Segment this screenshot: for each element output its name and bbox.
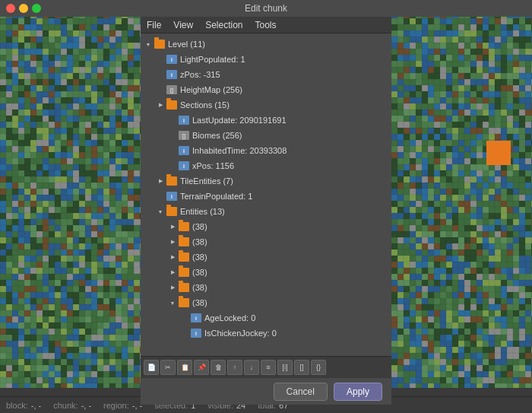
down-btn[interactable]: ↓ xyxy=(244,360,259,375)
new-btn[interactable]: 📄 xyxy=(144,360,159,375)
menu-tools[interactable]: Tools xyxy=(255,20,277,30)
tree-item[interactable]: ▼Level (11) xyxy=(141,37,391,52)
cancel-button[interactable]: Cancel xyxy=(274,383,328,401)
tree-item-label: xPos: 1156 xyxy=(192,161,234,170)
folder-icon xyxy=(166,207,177,216)
array-icon: [] xyxy=(166,85,177,94)
maximize-button[interactable] xyxy=(32,4,41,13)
dialog-buttons: Cancel Apply xyxy=(141,377,391,405)
tree-item[interactable]: ▶iLightPopulated: 1 xyxy=(141,52,391,67)
region-label: region: xyxy=(103,401,129,410)
tree-item-label: Level (11) xyxy=(168,40,205,49)
tree-arrow[interactable]: ▶ xyxy=(156,176,165,186)
tree-arrow[interactable]: ▶ xyxy=(168,222,177,231)
type-btn3[interactable]: {} xyxy=(311,360,326,375)
folder-icon xyxy=(154,40,165,49)
value-icon: i xyxy=(191,313,201,322)
tree-item[interactable]: ▶(38) xyxy=(141,265,391,280)
tree-item-label: LastUpdate: 2090191691 xyxy=(192,116,287,125)
tree-arrow[interactable]: ▼ xyxy=(156,207,165,216)
folder-icon xyxy=(179,253,189,262)
tree-item[interactable]: ▶[]HeightMap (256) xyxy=(141,82,391,97)
tree-item-label: Sections (15) xyxy=(180,100,230,110)
tree-arrow[interactable]: ▶ xyxy=(168,268,177,277)
tree-item-label: InhabitedTime: 20393308 xyxy=(192,146,287,155)
value-icon: i xyxy=(166,55,177,64)
folder-icon xyxy=(179,283,189,292)
tree-item-label: TerrainPopulated: 1 xyxy=(180,192,252,201)
tree-item-label: TileEntities (7) xyxy=(180,176,233,186)
tree-arrow[interactable]: ▶ xyxy=(168,237,177,246)
status-block: block: -, - xyxy=(6,401,41,410)
tree-arrow[interactable]: ▼ xyxy=(168,298,177,307)
tree-item[interactable]: ▼Entities (13) xyxy=(141,204,391,219)
menu-selection[interactable]: Selection xyxy=(205,20,242,30)
type-btn2[interactable]: [] xyxy=(294,360,309,375)
tree-item-label: (38) xyxy=(192,237,207,246)
tree-item-label: HeightMap (256) xyxy=(180,85,242,94)
delete-btn[interactable]: 🗑 xyxy=(211,360,226,375)
value-icon: i xyxy=(166,70,177,79)
block-val: -, - xyxy=(31,401,41,410)
chunk-label: chunk: xyxy=(53,401,78,410)
minimize-button[interactable] xyxy=(19,4,28,13)
chunk-val: -, - xyxy=(81,401,91,410)
tree-item[interactable]: ▶(38) xyxy=(141,234,391,249)
tree-item-label: (38) xyxy=(192,298,207,307)
menu-view[interactable]: View xyxy=(173,20,193,30)
tree-arrow[interactable]: ▶ xyxy=(168,253,177,262)
tree-item[interactable]: ▶Sections (15) xyxy=(141,97,391,113)
up-btn[interactable]: ↑ xyxy=(227,360,242,375)
tree-item[interactable]: ▶(38) xyxy=(141,249,391,265)
tree-item[interactable]: ▶izPos: -315 xyxy=(141,67,391,82)
type-btn1[interactable]: [i] xyxy=(277,360,293,375)
tree-item[interactable]: ▶iInhabitedTime: 20393308 xyxy=(141,143,391,158)
nbt-tree[interactable]: ▼Level (11)▶iLightPopulated: 1▶izPos: -3… xyxy=(141,33,391,356)
list-btn[interactable]: ≡ xyxy=(261,360,276,375)
value-icon: i xyxy=(166,192,177,201)
folder-icon xyxy=(179,268,189,277)
folder-icon xyxy=(179,222,189,231)
paste-btn[interactable]: 📌 xyxy=(194,360,209,375)
tree-item[interactable]: ▶iAgeLocked: 0 xyxy=(141,310,391,326)
tree-item[interactable]: ▶(38) xyxy=(141,280,391,295)
menu-file[interactable]: File xyxy=(147,20,161,30)
selected-chunk-highlight xyxy=(486,141,511,165)
value-icon: i xyxy=(179,116,189,125)
tree-item-label: (38) xyxy=(192,222,207,231)
value-icon: i xyxy=(179,146,189,155)
close-button[interactable] xyxy=(6,4,15,13)
tree-item[interactable]: ▼(38) xyxy=(141,295,391,310)
tree-item-label: (38) xyxy=(192,283,207,292)
map-right xyxy=(391,0,532,388)
map-left xyxy=(0,0,141,388)
tree-item[interactable]: ▶TileEntities (7) xyxy=(141,173,391,189)
tree-item[interactable]: ▶iLastUpdate: 2090191691 xyxy=(141,113,391,128)
tree-item[interactable]: ▶iTerrainPopulated: 1 xyxy=(141,189,391,204)
value-icon: i xyxy=(191,329,201,338)
folder-icon xyxy=(166,100,177,110)
tree-item-label: (38) xyxy=(192,253,207,262)
tree-item[interactable]: ▶(38) xyxy=(141,219,391,234)
apply-button[interactable]: Apply xyxy=(334,383,382,401)
copy-btn[interactable]: 📋 xyxy=(177,360,192,375)
tree-arrow[interactable]: ▼ xyxy=(144,40,153,49)
tree-arrow[interactable]: ▶ xyxy=(168,283,177,292)
value-icon: i xyxy=(179,161,189,170)
dialog-menubar: File View Selection Tools xyxy=(141,17,391,33)
array-icon: [] xyxy=(179,131,189,140)
cut-btn[interactable]: ✂ xyxy=(160,360,176,375)
status-region: region: -, - xyxy=(103,401,142,410)
tree-item-label: Entities (13) xyxy=(180,207,225,216)
tree-item-label: IsChickenJockey: 0 xyxy=(204,329,277,338)
folder-icon xyxy=(179,237,189,246)
edit-chunk-dialog: File View Selection Tools ▼Level (11)▶iL… xyxy=(141,17,391,405)
tree-item-label: AgeLocked: 0 xyxy=(204,313,255,322)
tree-item[interactable]: ▶iIsChickenJockey: 0 xyxy=(141,326,391,341)
tree-item[interactable]: ▶[]Biomes (256) xyxy=(141,128,391,143)
tree-item-label: Biomes (256) xyxy=(192,131,242,140)
tree-item-label: (38) xyxy=(192,268,207,277)
tree-item[interactable]: ▶ixPos: 1156 xyxy=(141,158,391,173)
window-controls xyxy=(6,4,41,13)
tree-arrow[interactable]: ▶ xyxy=(156,100,165,110)
